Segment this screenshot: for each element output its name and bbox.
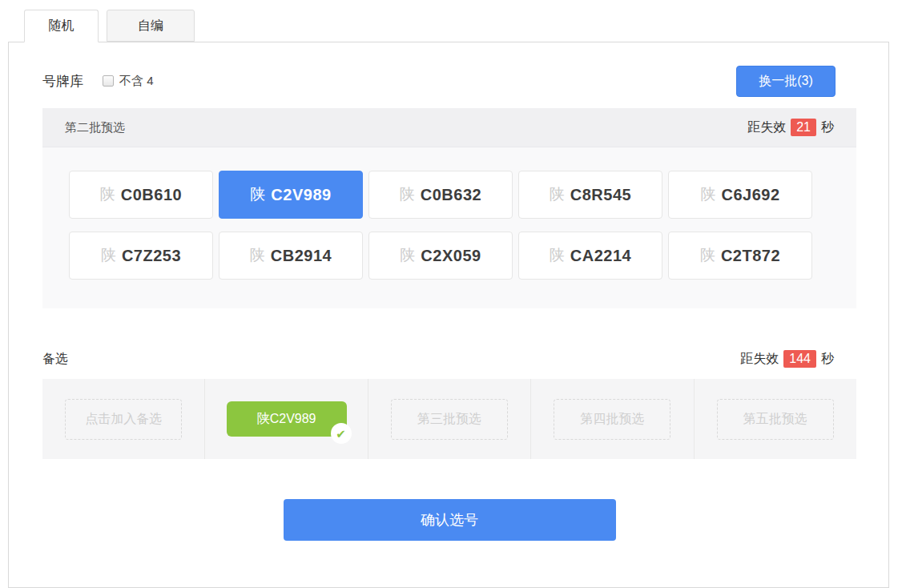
batch-header: 第二批预选 距失效 21 秒 [42,108,856,147]
batch-expiry-suffix: 秒 [821,119,834,136]
backup-slot-label: 第四批预选 [580,412,644,425]
backup-title: 备选 [42,351,68,368]
plate-number: C8R545 [570,186,631,204]
plate-card[interactable]: 陕 CA2214 [518,232,662,280]
backup-slot-label: 陕C2V989 [257,411,316,428]
main-panel: 号牌库 不含 4 换一批(3) 第二批预选 距失效 21 秒 [8,42,889,588]
library-label: 号牌库 [42,72,83,91]
plate-province: 陕 [700,245,715,266]
plate-number: C6J692 [721,186,779,204]
backup-expiry-suffix: 秒 [821,351,834,368]
batch-expiry: 距失效 21 秒 [747,119,834,136]
check-icon: ✔ [331,423,352,444]
backup-slot-label: 第三批预选 [417,412,481,425]
backup-expiry: 距失效 144 秒 [740,350,834,368]
confirm-selection-button[interactable]: 确认选号 [284,499,616,541]
tab-custom[interactable]: 自编 [107,10,195,42]
plate-number: C0B632 [421,186,481,204]
backup-header: 备选 距失效 144 秒 [42,348,856,369]
backup-slot: 点击加入备选 [42,379,204,459]
batch-section: 第二批预选 距失效 21 秒 陕 C0B610 陕 C2V989 [42,108,856,308]
backup-slot-label: 第五批预选 [743,412,807,425]
plate-province: 陕 [550,184,565,205]
batch-expiry-prefix: 距失效 [747,119,786,136]
backup-slot: 陕C2V989 ✔ [204,379,367,459]
plate-number: CA2214 [570,247,631,265]
plate-province: 陕 [550,245,565,266]
batch-expiry-seconds-badge: 21 [791,119,816,136]
backup-slot-button[interactable]: 第五批预选 [717,399,834,440]
exclude-4-label: 不含 4 [119,74,154,89]
plate-province: 陕 [250,245,265,266]
plate-number: C2T872 [721,247,780,265]
plate-grid: 陕 C0B610 陕 C2V989 陕 C0B632 陕 [42,147,856,308]
tab-bar: 随机 自编 [0,0,906,42]
plate-number: C7Z253 [122,247,181,265]
batch-title: 第二批预选 [65,120,125,135]
backup-slot: 第五批预选 [694,379,856,459]
plate-province: 陕 [700,184,715,205]
backup-slot: 第三批预选 [368,379,530,459]
plate-number: C2V989 [271,186,331,204]
plate-province: 陕 [400,245,415,266]
plate-card[interactable]: 陕 C8R545 [518,171,662,219]
backup-slot-button[interactable]: 陕C2V989 ✔ [227,401,347,437]
exclude-4-checkbox-group[interactable]: 不含 4 [103,74,154,89]
plate-card[interactable]: 陕 C7Z253 [69,232,213,280]
backup-slot-row: 点击加入备选 陕C2V989 ✔ 第三批预选 [42,379,856,459]
backup-slot-button[interactable]: 第三批预选 [391,399,508,440]
plate-card[interactable]: 陕 C2T872 [668,232,812,280]
plate-province: 陕 [400,184,415,205]
backup-slot-button[interactable]: 点击加入备选 [65,399,182,440]
plate-province: 陕 [100,184,115,205]
plate-card[interactable]: 陕 C6J692 [668,171,812,219]
plate-selection-page: 随机 自编 号牌库 不含 4 换一批(3) 第二批预选 距失效 21 秒 [0,0,906,588]
tab-random[interactable]: 随机 [24,10,99,42]
exclude-4-checkbox[interactable] [103,75,114,87]
plate-card[interactable]: 陕 C0B610 [69,171,213,219]
plate-card[interactable]: 陕 C2X059 [368,232,513,280]
backup-expiry-seconds-badge: 144 [783,350,816,368]
plate-card[interactable]: 陕 C0B632 [368,171,513,219]
plate-number: C2X059 [421,247,481,265]
backup-slot-button[interactable]: 第四批预选 [554,399,670,440]
backup-expiry-prefix: 距失效 [740,351,779,368]
plate-card[interactable]: 陕 CB2914 [219,232,363,280]
backup-slot-label: 点击加入备选 [85,412,162,425]
refresh-batch-button[interactable]: 换一批(3) [736,66,836,97]
backup-slot: 第四批预选 [530,379,693,459]
plate-province: 陕 [250,184,265,205]
plate-card[interactable]: 陕 C2V989 [219,171,363,219]
plate-number: C0B610 [121,186,182,204]
toolbar: 号牌库 不含 4 换一批(3) [42,65,856,97]
plate-number: CB2914 [271,247,332,265]
plate-province: 陕 [101,245,116,266]
